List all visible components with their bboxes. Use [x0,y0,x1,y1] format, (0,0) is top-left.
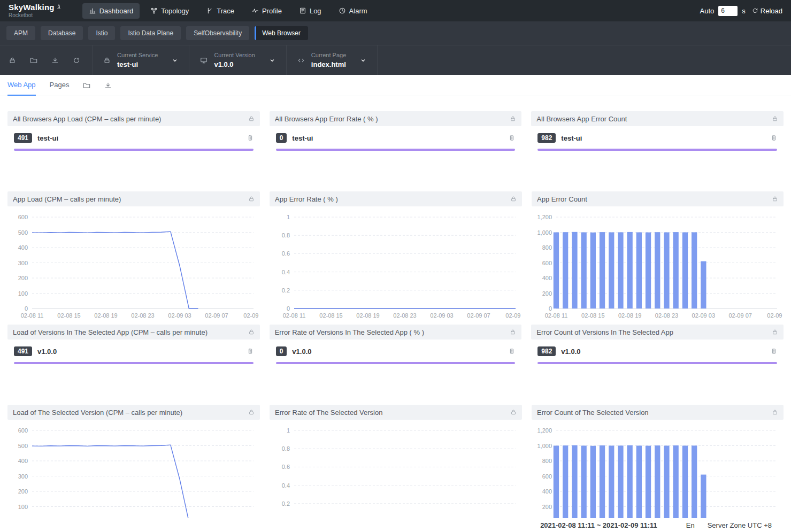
svg-text:02-09 1: 02-09 1 [243,312,260,319]
trace-icon [206,7,213,14]
dashboard-tab-istio[interactable]: Istio [88,26,115,40]
import-icon[interactable] [104,82,112,89]
refresh-icon[interactable] [73,57,80,64]
svg-text:02-08 15: 02-08 15 [581,312,604,319]
current-version-selector[interactable]: Current Version v1.0.0 [189,45,286,75]
version-name: v1.0.0 [37,348,242,356]
reload-button[interactable]: Reload [752,7,782,15]
card-header: All Browsers App Load (CPM – calls per m… [7,111,260,126]
card-header: Load of Versions In The Selected App (CP… [7,325,260,340]
copy-icon[interactable] [771,348,777,354]
svg-text:02-08 23: 02-08 23 [655,312,678,319]
dashboard-tab-web-browser[interactable]: Web Browser [255,26,308,40]
time-range-picker[interactable]: 2021-02-08 11:11 ~ 2021-02-09 11:11 [540,521,657,529]
nav-item-topology[interactable]: Topology [144,3,195,19]
card-all-browsers-error-count: All Browsers App Error Count 982 test-ui [531,111,784,173]
nav-item-log[interactable]: Log [293,3,328,19]
dashboard-tab-database[interactable]: Database [41,26,83,40]
svg-text:0.6: 0.6 [282,250,290,257]
lock-icon[interactable] [248,115,255,122]
svg-text:1,200: 1,200 [537,427,552,434]
code-icon [297,57,305,64]
svg-text:600: 600 [18,214,28,220]
lock-icon[interactable] [510,329,516,335]
copy-icon[interactable] [509,135,515,141]
app-error-rate-chart[interactable]: 00.20.40.60.8102-08 1102-08 1502-08 1902… [270,206,522,321]
svg-text:100: 100 [18,504,28,510]
svg-text:400: 400 [542,488,552,495]
svg-text:1: 1 [287,214,290,220]
dashboard-tab-apm[interactable]: APM [6,26,35,40]
dashboard-icon [89,7,96,14]
copy-icon[interactable] [509,348,515,354]
copy-icon[interactable] [771,135,777,141]
dashboard-tab-istio-data-plane[interactable]: Istio Data Plane [120,26,181,40]
top-navbar: SkyWalking Rocketbot Dashboard Topology … [0,0,791,21]
lock-icon[interactable] [248,409,255,415]
dashboard-tabs: APM Database Istio Istio Data Plane Self… [0,21,791,45]
svg-text:0.4: 0.4 [282,482,290,489]
card-header: App Error Rate ( % ) [270,191,522,206]
lock-icon[interactable] [510,115,516,122]
svg-text:02-09 03: 02-09 03 [168,312,191,319]
svg-text:400: 400 [18,244,28,251]
reload-label: Reload [761,7,782,15]
nav-item-profile[interactable]: Profile [245,3,288,19]
lock-icon[interactable] [510,409,517,415]
nav-item-alarm[interactable]: Alarm [332,3,374,19]
lock-icon[interactable] [772,409,778,415]
folder-icon[interactable] [30,57,37,64]
version-name: v1.0.0 [292,348,503,356]
version-error-count-chart[interactable]: 02004006008001,0001,20002-08 1102-08 150… [532,420,784,532]
nav-item-trace[interactable]: Trace [199,3,241,19]
svg-text:02-08 19: 02-08 19 [94,312,117,319]
svg-text:0: 0 [549,305,552,312]
svg-text:0.6: 0.6 [282,464,290,470]
toolbar: Current Service test-ui Current Version … [0,45,791,75]
nav-item-label: Alarm [349,7,367,15]
chevron-down-icon [360,57,366,64]
card-header: App Error Count [532,191,784,206]
card-title: App Error Count [537,195,772,203]
svg-text:02-09 07: 02-09 07 [205,312,228,319]
current-service-selector[interactable]: Current Service test-ui [92,45,189,75]
lock-icon[interactable] [248,329,255,335]
folder-icon[interactable] [83,82,90,89]
copy-icon[interactable] [247,135,254,141]
chart-row-version: Load of The Selected Version (CPM – call… [7,405,784,532]
lock-icon[interactable] [9,57,16,64]
lock-icon[interactable] [772,115,778,122]
card-title: Error Rate of The Selected Version [275,408,510,417]
app-error-count-chart[interactable]: 02004006008001,0001,20002-08 1102-08 150… [532,206,784,321]
value-badge: 0 [276,346,287,356]
profile-icon [251,7,259,14]
svg-text:02-08 15: 02-08 15 [319,312,342,319]
tab-web-app[interactable]: Web App [7,75,36,96]
copy-icon[interactable] [247,348,254,354]
version-load-chart[interactable]: 010020030040050060002-08 1102-08 1502-08… [7,420,260,532]
version-error-rate-chart[interactable]: 00.20.40.60.8102-08 1102-08 1502-08 1902… [270,420,522,532]
lock-icon[interactable] [772,196,778,202]
app-load-chart[interactable]: 010020030040050060002-08 1102-08 1502-08… [7,206,260,321]
card-version-error-count: Error Count of Versions In The Selected … [531,325,784,387]
current-page-selector[interactable]: Current Page index.html [286,45,378,75]
svg-text:02-08 11: 02-08 11 [545,312,568,319]
language-selector[interactable]: En [686,521,695,529]
chevron-down-icon [269,57,275,64]
tab-pages[interactable]: Pages [50,75,70,96]
card-title: App Error Rate ( % ) [275,195,510,203]
lock-icon[interactable] [248,196,255,202]
value-badge: 982 [537,346,556,356]
lock-icon[interactable] [510,196,517,202]
stat-row-app: All Browsers App Load (CPM – calls per m… [7,111,784,173]
card-header: App Load (CPM – calls per minute) [7,191,260,206]
server-zone[interactable]: Server Zone UTC +8 [708,521,772,529]
nav-item-dashboard[interactable]: Dashboard [82,3,140,19]
auto-interval-input[interactable] [718,6,738,16]
export-icon[interactable] [51,57,59,64]
card-all-browsers-app-load: All Browsers App Load (CPM – calls per m… [7,111,260,173]
dashboard-tab-self-observability[interactable]: SelfObservability [186,26,249,40]
card-title: All Browsers App Load (CPM – calls per m… [13,115,248,123]
svg-text:02-09 03: 02-09 03 [430,312,453,319]
lock-icon[interactable] [772,329,778,335]
